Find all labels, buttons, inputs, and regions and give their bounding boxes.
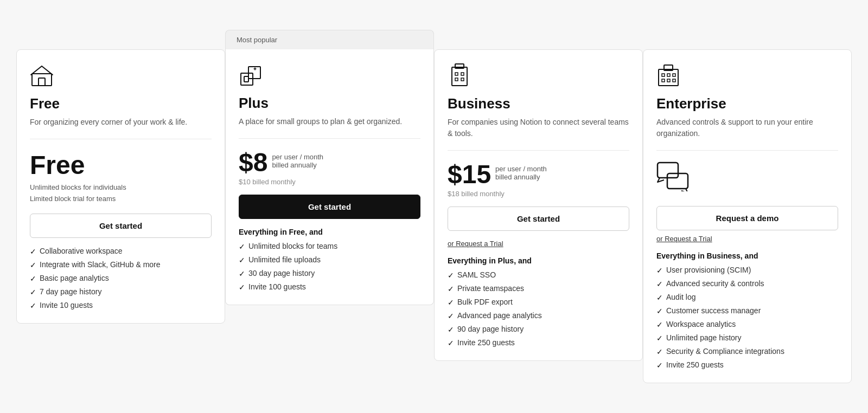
price-sub-free: Unlimited blocks for individualsLimited … xyxy=(30,182,212,205)
price-monthly-business: $18 billed monthly xyxy=(448,190,629,198)
price-main-business: $15per user / monthbilled annually xyxy=(448,162,629,188)
features-list-free: ✓Collaborative workspace✓Integrate with … xyxy=(30,247,212,310)
plan-desc-business: For companies using Notion to connect se… xyxy=(448,117,629,139)
feature-text: 7 day page history xyxy=(40,287,101,296)
check-icon: ✓ xyxy=(448,325,454,334)
features-header-business: Everything in Plus, and xyxy=(448,256,629,265)
trial-link-enterprise[interactable]: or Request a Trial xyxy=(656,235,838,243)
list-item: ✓Private teamspaces xyxy=(448,284,629,293)
feature-text: Bulk PDF export xyxy=(457,298,513,306)
list-item: ✓Unlimited blocks for teams xyxy=(239,242,420,251)
list-item: ✓SAML SSO xyxy=(448,270,629,280)
price-meta-business: per user / monthbilled annually xyxy=(495,162,547,181)
svg-rect-15 xyxy=(673,74,675,76)
check-icon: ✓ xyxy=(30,247,36,256)
plan-wrapper-free: Most popular FreeFor organizing every co… xyxy=(16,30,225,324)
plan-name-free: Free xyxy=(30,95,212,112)
check-icon: ✓ xyxy=(656,266,663,275)
list-item: ✓90 day page history xyxy=(448,325,629,334)
check-icon: ✓ xyxy=(448,339,454,347)
features-list-business: ✓SAML SSO✓Private teamspaces✓Bulk PDF ex… xyxy=(448,270,629,347)
plan-icon-free xyxy=(30,63,212,90)
list-item: ✓Basic page analytics xyxy=(30,274,212,283)
svg-rect-11 xyxy=(659,69,678,86)
card-bottom-free: FreeUnlimited blocks for individualsLimi… xyxy=(30,150,212,310)
list-item: ✓Advanced security & controls xyxy=(656,279,838,288)
list-item: ✓Collaborative workspace xyxy=(30,247,212,256)
card-top-free: FreeFor organizing every corner of your … xyxy=(30,63,212,139)
svg-rect-9 xyxy=(455,78,458,81)
list-item: ✓Unlimited file uploads xyxy=(239,255,420,264)
trial-link-business[interactable]: or Request a Trial xyxy=(448,240,629,248)
feature-text: Private teamspaces xyxy=(457,284,524,293)
plan-desc-free: For organizing every corner of your work… xyxy=(30,117,212,128)
price-amount-free: Free xyxy=(30,150,212,180)
plan-name-business: Business xyxy=(448,95,629,112)
features-header-enterprise: Everything in Business, and xyxy=(656,251,838,260)
check-icon: ✓ xyxy=(30,301,36,310)
feature-text: Audit log xyxy=(666,293,695,301)
price-amount-business: $15 xyxy=(448,162,491,188)
svg-rect-5 xyxy=(452,67,467,86)
price-per-plus: per user / month xyxy=(272,153,323,161)
cta-button-plus[interactable]: Get started xyxy=(239,195,420,219)
feature-text: Invite 100 guests xyxy=(248,282,306,291)
check-icon: ✓ xyxy=(448,298,454,307)
plan-name-plus: Plus xyxy=(239,95,420,112)
price-billed-business: billed annually xyxy=(495,173,547,181)
check-icon: ✓ xyxy=(30,274,36,283)
check-icon: ✓ xyxy=(448,285,454,293)
feature-text: Unlimited file uploads xyxy=(248,255,321,264)
cta-button-free[interactable]: Get started xyxy=(30,214,212,238)
plan-desc-enterprise: Advanced controls & support to run your … xyxy=(656,117,838,139)
list-item: ✓Invite 250 guests xyxy=(656,360,838,370)
plan-icon-enterprise xyxy=(656,63,838,90)
card-top-plus: PlusA place for small groups to plan & g… xyxy=(239,62,420,139)
feature-text: 90 day page history xyxy=(457,325,524,333)
plan-wrapper-enterprise: Most popular EnterpriseAdvanced controls… xyxy=(643,30,852,383)
card-top-enterprise: EnterpriseAdvanced controls & support to… xyxy=(656,63,838,151)
price-meta-plus: per user / monthbilled annually xyxy=(272,150,323,169)
feature-text: Collaborative workspace xyxy=(40,247,123,255)
check-icon: ✓ xyxy=(239,269,245,278)
check-icon: ✓ xyxy=(656,347,663,356)
feature-text: Invite 250 guests xyxy=(666,360,724,369)
pricing-container: Most popular FreeFor organizing every co… xyxy=(16,30,852,383)
price-main-plus: $8per user / monthbilled annually xyxy=(239,150,420,176)
svg-rect-13 xyxy=(662,74,665,76)
price-section-plus: $8per user / monthbilled annually$10 bil… xyxy=(239,150,420,186)
price-section-business: $15per user / monthbilled annually$18 bi… xyxy=(448,162,629,198)
feature-text: Advanced security & controls xyxy=(666,279,764,288)
list-item: ✓Advanced page analytics xyxy=(448,311,629,320)
feature-text: Workspace analytics xyxy=(666,320,736,328)
list-item: ✓Invite 100 guests xyxy=(239,282,420,292)
plan-icon-business xyxy=(448,63,629,90)
enterprise-chat-icon xyxy=(656,162,838,197)
list-item: ✓Invite 10 guests xyxy=(30,301,212,310)
features-header-plus: Everything in Free, and xyxy=(239,228,420,236)
list-item: ✓Unlimited page history xyxy=(656,333,838,343)
price-per-business: per user / month xyxy=(495,165,547,173)
feature-text: Advanced page analytics xyxy=(457,311,542,320)
cta-button-business[interactable]: Get started xyxy=(448,206,629,231)
check-icon: ✓ xyxy=(239,283,245,292)
list-item: ✓User provisioning (SCIM) xyxy=(656,266,838,275)
features-list-enterprise: ✓User provisioning (SCIM)✓Advanced secur… xyxy=(656,266,838,370)
svg-rect-10 xyxy=(461,78,464,81)
price-monthly-plus: $10 billed monthly xyxy=(239,178,420,186)
feature-text: User provisioning (SCIM) xyxy=(666,266,751,274)
svg-rect-18 xyxy=(673,79,675,82)
feature-text: Security & Compliance integrations xyxy=(666,347,784,356)
request-demo-button[interactable]: Request a demo xyxy=(656,206,838,230)
check-icon: ✓ xyxy=(30,288,36,296)
list-item: ✓Security & Compliance integrations xyxy=(656,347,838,356)
feature-text: Invite 10 guests xyxy=(40,301,93,309)
svg-rect-17 xyxy=(667,79,670,82)
check-icon: ✓ xyxy=(656,361,663,370)
price-billed-plus: billed annually xyxy=(272,161,323,169)
plan-icon-plus xyxy=(239,62,420,89)
check-icon: ✓ xyxy=(448,271,454,280)
list-item: ✓7 day page history xyxy=(30,287,212,296)
card-bottom-plus: $8per user / monthbilled annually$10 bil… xyxy=(239,150,420,292)
most-popular-badge-plus: Most popular xyxy=(225,30,434,49)
